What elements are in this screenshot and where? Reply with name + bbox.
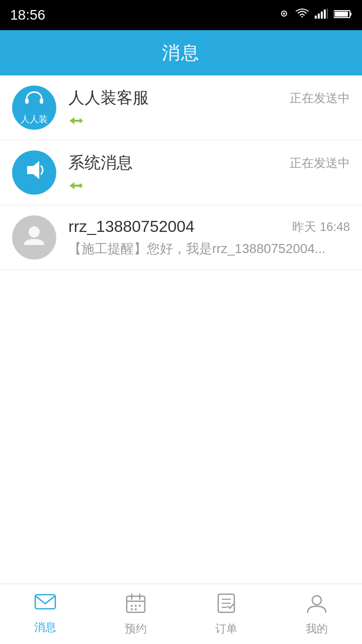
nav-item-mine[interactable]: 我的 — [272, 584, 362, 644]
header: 消息 — [0, 30, 362, 75]
arrow-row — [68, 113, 350, 129]
message-item-customer-service[interactable]: 人人装 人人装客服 正在发送中 — [0, 75, 362, 140]
svg-point-1 — [283, 13, 285, 15]
message-list: 人人装 人人装客服 正在发送中 — [0, 75, 362, 270]
mine-nav-icon — [306, 592, 328, 617]
avatar-system — [12, 150, 56, 195]
speaker-icon — [22, 159, 46, 186]
user-name: rrz_13880752004 — [68, 217, 195, 236]
svg-rect-11 — [40, 99, 43, 104]
customer-service-content: 人人装客服 正在发送中 — [68, 87, 350, 129]
message-preview-row: 【施工提醒】您好，我是rrz_13880752004... — [68, 240, 350, 258]
svg-rect-20 — [79, 184, 81, 185]
system-content: 系统消息 正在发送中 — [68, 152, 350, 194]
orders-nav-icon — [215, 592, 237, 617]
svg-rect-8 — [350, 13, 351, 16]
customer-service-name: 人人装客服 — [68, 87, 149, 109]
arrow-row-system — [68, 178, 350, 194]
avatar-user — [12, 215, 56, 260]
mine-nav-label: 我的 — [306, 621, 328, 636]
svg-rect-21 — [79, 187, 81, 188]
location-icon — [279, 8, 290, 22]
svg-rect-14 — [79, 119, 81, 120]
status-time: 18:56 — [10, 7, 45, 23]
svg-point-28 — [131, 605, 133, 607]
reply-arrow-icon-2 — [68, 178, 83, 194]
status-icons — [279, 8, 352, 22]
nav-item-appointment[interactable]: 预约 — [90, 584, 181, 644]
reply-arrow-icon — [68, 113, 83, 129]
customer-service-status: 正在发送中 — [290, 90, 350, 106]
nav-item-orders[interactable]: 订单 — [181, 584, 272, 644]
message-item-user[interactable]: rrz_13880752004 昨天 16:48 【施工提醒】您好，我是rrz_… — [0, 205, 362, 270]
page-title: 消息 — [162, 41, 200, 65]
message-top-system: 系统消息 正在发送中 — [68, 152, 350, 174]
avatar-customer-service: 人人装 — [12, 86, 56, 130]
nav-item-messages[interactable]: 消息 — [0, 584, 90, 644]
battery-icon — [334, 9, 352, 22]
svg-point-31 — [131, 608, 133, 610]
appointment-nav-icon — [125, 592, 147, 617]
svg-rect-3 — [318, 14, 320, 19]
svg-rect-5 — [324, 10, 326, 19]
svg-point-22 — [29, 226, 40, 237]
user-content: rrz_13880752004 昨天 16:48 【施工提醒】您好，我是rrz_… — [68, 217, 350, 258]
svg-rect-4 — [321, 12, 323, 19]
svg-rect-6 — [327, 9, 328, 19]
message-item-system[interactable]: 系统消息 正在发送中 — [0, 140, 362, 205]
messages-nav-icon — [34, 594, 56, 616]
svg-rect-9 — [335, 12, 348, 17]
svg-point-32 — [135, 608, 137, 610]
orders-nav-label: 订单 — [215, 621, 237, 636]
message-top-user: rrz_13880752004 昨天 16:48 — [68, 217, 350, 236]
system-name: 系统消息 — [68, 152, 133, 174]
wifi-icon — [296, 9, 309, 22]
svg-rect-17 — [27, 166, 33, 174]
status-bar: 18:56 — [0, 0, 362, 30]
svg-rect-10 — [25, 99, 29, 104]
appointment-nav-label: 预约 — [125, 621, 147, 636]
messages-nav-label: 消息 — [34, 620, 56, 635]
bottom-nav: 消息 预约 — [0, 584, 362, 644]
svg-rect-2 — [315, 16, 317, 19]
svg-point-37 — [312, 596, 321, 605]
svg-rect-13 — [73, 120, 82, 122]
svg-point-30 — [139, 605, 141, 607]
user-preview: 【施工提醒】您好，我是rrz_13880752004... — [68, 241, 326, 256]
message-top: 人人装客服 正在发送中 — [68, 87, 350, 109]
user-time: 昨天 16:48 — [292, 219, 350, 235]
avatar-label: 人人装 — [21, 113, 48, 125]
svg-rect-23 — [35, 595, 55, 609]
system-status: 正在发送中 — [290, 155, 350, 171]
svg-rect-15 — [79, 122, 81, 123]
signal-icon — [315, 9, 328, 22]
svg-rect-19 — [73, 185, 82, 187]
headset-icon — [24, 90, 45, 111]
user-icon — [21, 222, 47, 254]
svg-point-29 — [135, 605, 137, 607]
